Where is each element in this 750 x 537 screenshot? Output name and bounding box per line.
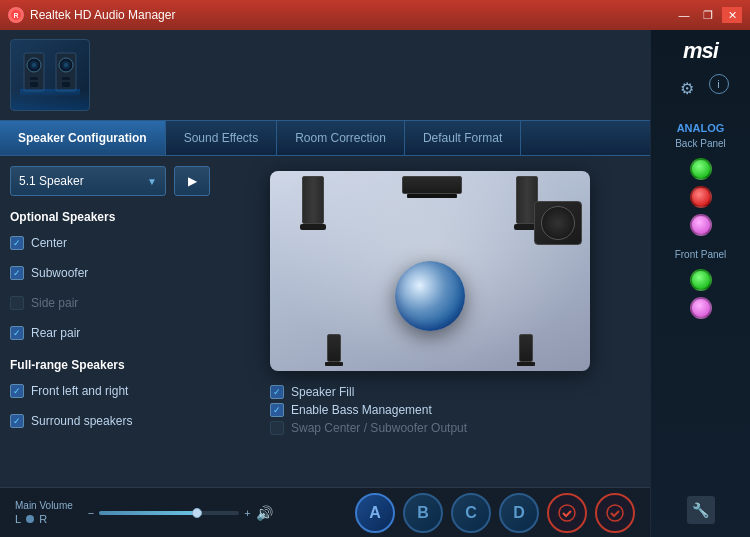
volume-label: Main Volume <box>15 500 73 511</box>
swap-center-checkbox[interactable] <box>270 421 284 435</box>
volume-lr: L R <box>15 513 47 525</box>
volume-min-icon: − <box>88 507 94 519</box>
checkbox-center: Center <box>10 236 210 250</box>
wrench-button[interactable]: 🔧 <box>687 496 715 524</box>
svg-point-16 <box>607 505 623 521</box>
tab-room-correction[interactable]: Room Correction <box>277 121 405 155</box>
volume-speaker-icon: 🔊 <box>256 505 273 521</box>
side-pair-label: Side pair <box>31 296 78 310</box>
speaker-icon-box <box>10 39 90 111</box>
tab-default-format[interactable]: Default Format <box>405 121 521 155</box>
speaker-top-left[interactable] <box>300 176 326 230</box>
title-text: Realtek HD Audio Manager <box>30 8 175 22</box>
tab-speaker-configuration[interactable]: Speaker Configuration <box>0 121 166 155</box>
profile-a-button[interactable]: A <box>355 493 395 533</box>
checkbox-front-lr: Front left and right <box>10 384 210 398</box>
speaker-bottom-left[interactable] <box>325 334 343 366</box>
front-lr-label: Front left and right <box>31 384 128 398</box>
jack-pink-front[interactable] <box>690 297 712 319</box>
back-panel-label: Back Panel <box>675 138 726 149</box>
analog-label: ANALOG <box>677 122 725 134</box>
diagram-checks: Speaker Fill Enable Bass Management Swap… <box>270 381 590 439</box>
speaker-dropdown[interactable]: 5.1 Speaker ▼ <box>10 166 166 196</box>
tab-sound-effects[interactable]: Sound Effects <box>166 121 278 155</box>
info-icon[interactable]: i <box>709 74 729 94</box>
close-button[interactable]: ✕ <box>722 7 742 23</box>
checkbox-rear-pair: Rear pair <box>10 326 210 340</box>
checkbox-subwoofer: Subwoofer <box>10 266 210 280</box>
profile-d-button[interactable]: D <box>499 493 539 533</box>
left-panel: 5.1 Speaker ▼ ▶ Optional Speakers Center… <box>10 166 210 477</box>
full-range-speakers-title: Full-range Speakers <box>10 358 210 372</box>
speaker-fill-label: Speaker Fill <box>291 385 354 399</box>
surround-label: Surround speakers <box>31 414 132 428</box>
tabs-bar: Speaker Configuration Sound Effects Room… <box>0 120 650 156</box>
front-lr-checkbox[interactable] <box>10 384 24 398</box>
bottom-bar: Main Volume L R − + 🔊 A B C <box>0 487 650 537</box>
jack-pink-back[interactable] <box>690 214 712 236</box>
settings-icon[interactable]: ⚙ <box>673 74 701 102</box>
speaker-diagram: Speaker Fill Enable Bass Management Swap… <box>220 166 640 477</box>
center-checkbox[interactable] <box>10 236 24 250</box>
svg-rect-13 <box>62 82 70 87</box>
bass-mgmt-checkbox[interactable] <box>270 403 284 417</box>
confirm-button[interactable] <box>547 493 587 533</box>
bottom-actions: A B C D <box>355 493 635 533</box>
front-panel-label: Front Panel <box>675 249 727 260</box>
side-pair-checkbox[interactable] <box>10 296 24 310</box>
title-controls: — ❐ ✕ <box>674 7 742 23</box>
subwoofer-unit <box>534 201 582 245</box>
msi-logo: msi <box>683 38 718 64</box>
checkbox-bass-mgmt: Enable Bass Management <box>270 403 590 417</box>
checkbox-speaker-fill: Speaker Fill <box>270 385 590 399</box>
title-bar: R Realtek HD Audio Manager — ❐ ✕ <box>0 0 750 30</box>
speaker-top-center[interactable] <box>402 176 462 198</box>
svg-rect-14 <box>20 89 80 97</box>
surround-checkbox[interactable] <box>10 414 24 428</box>
volume-track[interactable] <box>99 511 239 515</box>
play-button[interactable]: ▶ <box>174 166 210 196</box>
svg-point-5 <box>32 63 36 67</box>
dropdown-arrow-icon: ▼ <box>147 176 157 187</box>
rear-pair-checkbox[interactable] <box>10 326 24 340</box>
swap-center-label: Swap Center / Subwoofer Output <box>291 421 467 435</box>
volume-slider-container: − + 🔊 <box>88 505 273 521</box>
svg-rect-6 <box>30 77 38 80</box>
speaker-fill-checkbox[interactable] <box>270 385 284 399</box>
right-sidebar: msi ⚙ i ANALOG Back Panel Front Panel 🔧 <box>650 30 750 537</box>
volume-thumb[interactable] <box>192 508 202 518</box>
rear-pair-label: Rear pair <box>31 326 80 340</box>
cancel-confirm-button[interactable] <box>595 493 635 533</box>
jack-green-front[interactable] <box>690 269 712 291</box>
speaker-stage <box>270 171 590 371</box>
checkbox-swap-center: Swap Center / Subwoofer Output <box>270 421 590 435</box>
center-ball <box>395 261 465 331</box>
minimize-button[interactable]: — <box>674 7 694 23</box>
bass-mgmt-label: Enable Bass Management <box>291 403 432 417</box>
app-icon: R <box>8 7 24 23</box>
maximize-button[interactable]: ❐ <box>698 7 718 23</box>
optional-speakers-title: Optional Speakers <box>10 210 210 224</box>
volume-plus-icon: + <box>244 507 250 519</box>
profile-c-button[interactable]: C <box>451 493 491 533</box>
svg-text:R: R <box>13 12 18 19</box>
checkbox-surround: Surround speakers <box>10 414 210 428</box>
volume-fill <box>99 511 197 515</box>
svg-point-11 <box>64 63 68 67</box>
speaker-bottom-right[interactable] <box>517 334 535 366</box>
svg-rect-7 <box>30 82 38 87</box>
jack-green-back[interactable] <box>690 158 712 180</box>
checkbox-side-pair: Side pair <box>10 296 210 310</box>
subwoofer-label: Subwoofer <box>31 266 88 280</box>
subwoofer-checkbox[interactable] <box>10 266 24 280</box>
svg-rect-12 <box>62 77 70 80</box>
app-header <box>0 30 650 120</box>
jack-red-back[interactable] <box>690 186 712 208</box>
svg-point-15 <box>559 505 575 521</box>
center-label: Center <box>31 236 67 250</box>
profile-b-button[interactable]: B <box>403 493 443 533</box>
